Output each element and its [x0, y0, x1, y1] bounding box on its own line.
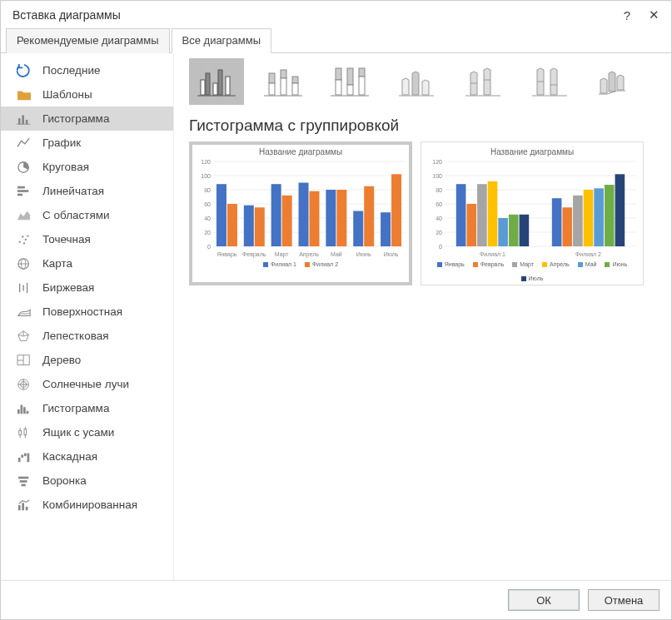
subtype-clustered-column[interactable] [189, 58, 244, 105]
sidebar-item-radar[interactable]: Лепестковая [1, 324, 173, 348]
sidebar-item-label: Круговая [42, 161, 89, 173]
sidebar-item-waterfall[interactable]: Каскадная [1, 444, 173, 469]
sidebar-item-sunburst[interactable]: Солнечные лучи [1, 372, 173, 396]
sidebar-item-label: Биржевая [42, 281, 94, 294]
svg-rect-67 [359, 68, 365, 77]
tabs: Рекомендуемые диаграммы Все диаграммы [1, 27, 671, 53]
svg-text:40: 40 [436, 216, 442, 221]
sidebar-item-column[interactable]: Гистограмма [1, 107, 173, 131]
sidebar-item-bar[interactable]: Линейчатая [1, 179, 173, 203]
svg-rect-46 [21, 484, 25, 486]
sidebar-item-histogram[interactable]: Гистограмма [1, 396, 173, 420]
svg-rect-66 [347, 85, 353, 95]
svg-rect-30 [17, 409, 20, 413]
sidebar-item-map[interactable]: Карта [1, 251, 173, 275]
svg-rect-124 [477, 184, 487, 246]
column-chart-icon [16, 112, 32, 126]
tab-all[interactable]: Все диаграммы [172, 28, 272, 53]
svg-rect-7 [17, 193, 22, 196]
svg-rect-100 [336, 190, 346, 246]
close-icon[interactable]: ✕ [649, 7, 660, 22]
svg-rect-94 [282, 196, 292, 246]
subtype-3d-stacked[interactable] [455, 58, 510, 105]
svg-rect-126 [498, 218, 508, 246]
subtype-3d-column[interactable] [589, 58, 644, 105]
subtype-3d-clustered[interactable] [389, 58, 444, 105]
svg-text:0: 0 [207, 244, 211, 250]
preview-title: Название диаграммы [195, 147, 406, 156]
map-chart-icon [16, 256, 32, 271]
preview-2[interactable]: Название диаграммы020406080100120Филиал … [421, 141, 644, 285]
svg-text:40: 40 [204, 216, 211, 221]
svg-rect-50 [201, 80, 205, 95]
sidebar-item-surface[interactable]: Поверхностная [1, 300, 173, 324]
sidebar-item-treemap[interactable]: Дерево [1, 348, 173, 372]
svg-rect-37 [24, 429, 27, 434]
svg-point-12 [23, 242, 25, 244]
radar-chart-icon [16, 329, 32, 344]
svg-rect-53 [218, 70, 222, 95]
subtype-100stacked-column[interactable] [322, 58, 377, 105]
svg-rect-130 [552, 198, 562, 246]
dialog-footer: ОК Отмена [1, 580, 671, 619]
ok-button[interactable]: ОК [508, 589, 580, 611]
svg-text:20: 20 [436, 230, 442, 236]
preview-1[interactable]: Название диаграммы020406080100120ЯнварьФ… [189, 141, 412, 285]
sidebar-item-pie[interactable]: Круговая [1, 155, 173, 179]
sidebar-item-line[interactable]: График [1, 131, 173, 155]
sidebar-item-label: Поверхностная [42, 305, 122, 318]
sidebar-item-label: Ящик с усами [42, 426, 114, 439]
surface-chart-icon [16, 305, 32, 320]
svg-rect-132 [573, 196, 583, 246]
svg-text:Январь: Январь [217, 251, 236, 258]
svg-text:120: 120 [201, 159, 211, 165]
cancel-button[interactable]: Отмена [588, 589, 660, 611]
svg-rect-91 [255, 207, 265, 246]
svg-rect-122 [456, 184, 466, 246]
svg-text:60: 60 [204, 201, 211, 207]
line-chart-icon [16, 136, 32, 151]
sidebar-item-scatter[interactable]: Точечная [1, 227, 173, 251]
svg-text:20: 20 [204, 230, 211, 236]
sidebar-item-recent[interactable]: Последние [1, 58, 173, 82]
sidebar-item-boxwhisker[interactable]: Ящик с усами [1, 420, 173, 444]
sidebar-item-combo[interactable]: Комбинированная [1, 493, 173, 517]
svg-rect-0 [18, 118, 21, 124]
sidebar-item-area[interactable]: С областями [1, 203, 173, 227]
svg-rect-87 [217, 184, 226, 246]
sidebar-item-label: График [42, 136, 81, 149]
sidebar-item-label: С областями [42, 209, 110, 221]
svg-text:60: 60 [436, 201, 442, 207]
sunburst-chart-icon [16, 377, 32, 392]
sidebar-item-templates[interactable]: Шаблоны [1, 82, 173, 107]
main-panel: Гистограмма с группировкой Название диаг… [174, 53, 671, 580]
pie-chart-icon [16, 160, 32, 175]
help-icon[interactable]: ? [624, 8, 630, 22]
svg-text:Апрель: Апрель [299, 251, 319, 258]
svg-rect-32 [23, 407, 26, 414]
svg-point-8 [19, 241, 21, 242]
subtype-3d-100stacked[interactable] [522, 58, 577, 105]
svg-text:120: 120 [432, 159, 442, 165]
sidebar-item-funnel[interactable]: Воронка [1, 469, 173, 493]
svg-rect-106 [391, 174, 401, 246]
svg-text:Филиал 2: Филиал 2 [575, 251, 601, 257]
svg-rect-58 [281, 70, 286, 78]
combo-chart-icon [16, 498, 32, 513]
svg-rect-64 [336, 80, 341, 95]
svg-rect-43 [27, 453, 30, 462]
subtype-stacked-column[interactable] [256, 58, 311, 105]
svg-text:Февраль: Февраль [242, 251, 266, 258]
svg-rect-2 [26, 119, 28, 123]
svg-rect-6 [17, 190, 28, 192]
svg-rect-57 [269, 83, 275, 95]
sidebar-item-stock[interactable]: Биржевая [1, 275, 173, 300]
svg-rect-61 [292, 83, 298, 95]
svg-rect-134 [594, 188, 604, 246]
tab-recommended[interactable]: Рекомендуемые диаграммы [6, 28, 170, 53]
svg-text:Март: Март [275, 251, 290, 258]
svg-rect-41 [21, 454, 23, 458]
svg-rect-42 [24, 453, 27, 456]
svg-rect-56 [269, 73, 275, 83]
sidebar-item-label: Каскадная [42, 450, 97, 463]
